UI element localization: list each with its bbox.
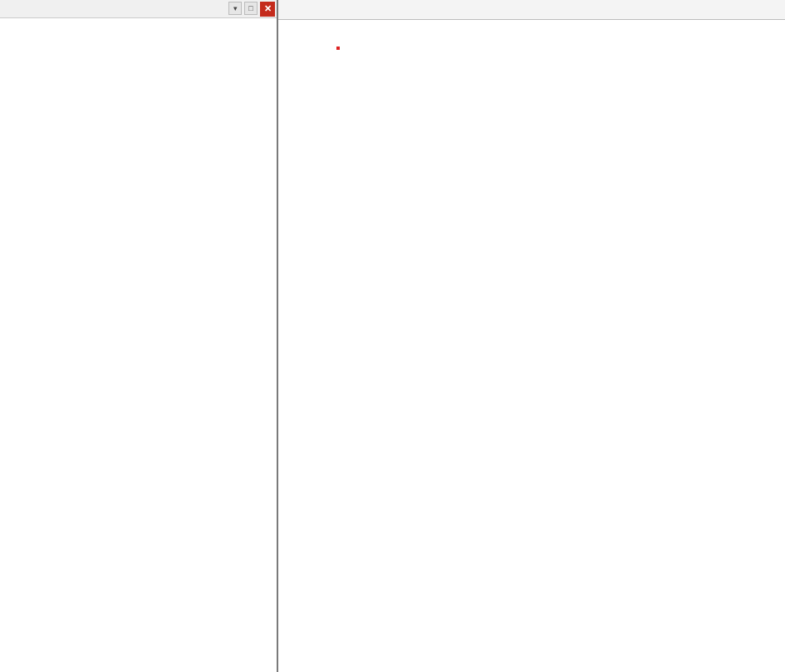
highlight-box bbox=[336, 47, 340, 50]
editor-pane bbox=[278, 0, 785, 672]
line-number-gutter bbox=[278, 20, 325, 672]
project-panel: ▾ □ ✕ bbox=[0, 0, 278, 672]
code-area[interactable] bbox=[336, 20, 785, 672]
panel-menu-button[interactable]: □ bbox=[244, 2, 258, 15]
panel-pin-button[interactable]: ▾ bbox=[228, 2, 242, 15]
panel-close-button[interactable]: ✕ bbox=[260, 2, 275, 17]
project-tree[interactable] bbox=[0, 18, 277, 672]
fold-gutter[interactable] bbox=[325, 20, 336, 672]
editor-tabstrip bbox=[278, 0, 785, 20]
project-panel-header: ▾ □ ✕ bbox=[0, 0, 277, 18]
code-editor[interactable] bbox=[278, 20, 785, 672]
